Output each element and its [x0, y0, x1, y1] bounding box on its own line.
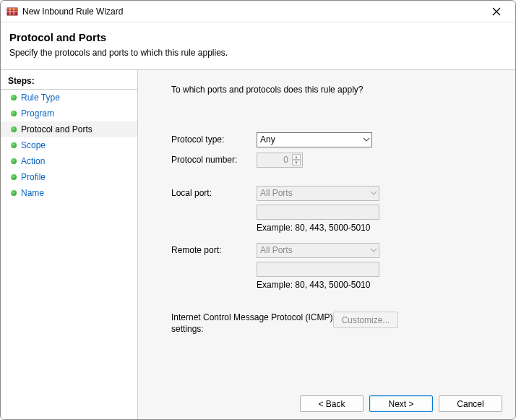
- page-subtitle: Specify the protocols and ports to which…: [9, 48, 507, 58]
- step-label: Program: [21, 108, 54, 119]
- remote-port-select: All Ports: [257, 243, 379, 258]
- protocol-number-stepper: 0 ▲ ▼: [257, 153, 303, 168]
- step-label: Action: [21, 156, 45, 166]
- step-rule-type[interactable]: Rule Type: [1, 90, 137, 106]
- spinner-down-icon: ▼: [292, 160, 301, 166]
- cancel-button[interactable]: Cancel: [439, 395, 502, 412]
- remote-port-label: Remote port:: [171, 245, 257, 255]
- steps-sidebar: Steps: Rule Type Program Protocol and Po…: [1, 70, 138, 420]
- wizard-header: Protocol and Ports Specify the protocols…: [1, 22, 515, 69]
- protocol-number-label: Protocol number:: [171, 155, 257, 165]
- page-prompt: To which ports and protocols does this r…: [171, 85, 504, 95]
- step-program[interactable]: Program: [1, 106, 137, 121]
- step-protocol-and-ports[interactable]: Protocol and Ports: [1, 121, 137, 137]
- bullet-icon: [11, 95, 17, 100]
- local-port-example: Example: 80, 443, 5000-5010: [257, 223, 504, 233]
- icmp-settings-label: Internet Control Message Protocol (ICMP)…: [171, 312, 333, 335]
- page-title: Protocol and Ports: [9, 31, 507, 43]
- chevron-down-icon: [363, 137, 370, 142]
- remote-port-input: [257, 262, 379, 277]
- bullet-icon: [11, 127, 17, 132]
- chevron-down-icon: [370, 191, 377, 195]
- remote-port-value: All Ports: [260, 245, 293, 255]
- step-label: Protocol and Ports: [21, 124, 93, 134]
- close-icon: [492, 7, 501, 16]
- step-label: Name: [21, 188, 44, 198]
- remote-port-example: Example: 80, 443, 5000-5010: [257, 280, 504, 290]
- protocol-type-select[interactable]: Any: [257, 132, 372, 147]
- bullet-icon: [11, 111, 17, 116]
- steps-heading: Steps:: [1, 73, 137, 90]
- local-port-label: Local port:: [171, 188, 257, 198]
- step-label: Scope: [21, 140, 46, 150]
- step-name[interactable]: Name: [1, 185, 137, 201]
- protocol-number-value: 0: [260, 155, 290, 165]
- next-button[interactable]: Next >: [369, 395, 433, 412]
- chevron-down-icon: [370, 248, 377, 252]
- titlebar: New Inbound Rule Wizard: [1, 1, 515, 22]
- bullet-icon: [11, 174, 17, 180]
- customize-button: Customize...: [333, 312, 398, 328]
- wizard-page: To which ports and protocols does this r…: [138, 70, 515, 420]
- spinner-up-icon: ▲: [292, 154, 301, 160]
- step-action[interactable]: Action: [1, 153, 137, 169]
- local-port-input: [257, 205, 379, 220]
- step-label: Profile: [21, 172, 46, 182]
- window-title: New Inbound Rule Wizard: [22, 7, 123, 17]
- arrow-annotation: [512, 374, 516, 420]
- step-profile[interactable]: Profile: [1, 169, 137, 185]
- protocol-type-label: Protocol type:: [171, 134, 257, 145]
- local-port-value: All Ports: [260, 188, 293, 198]
- bullet-icon: [11, 190, 17, 196]
- firewall-icon: [7, 6, 18, 17]
- wizard-footer: < Back Next > Cancel: [300, 395, 502, 412]
- back-button[interactable]: < Back: [300, 395, 364, 412]
- protocol-type-value: Any: [260, 134, 275, 145]
- step-label: Rule Type: [21, 93, 60, 103]
- bullet-icon: [11, 158, 17, 164]
- step-scope[interactable]: Scope: [1, 137, 137, 153]
- bullet-icon: [11, 142, 17, 148]
- local-port-select: All Ports: [257, 186, 379, 201]
- wizard-window: New Inbound Rule Wizard Protocol and Por…: [0, 0, 516, 420]
- svg-rect-1: [7, 8, 17, 10]
- close-button[interactable]: [483, 3, 509, 20]
